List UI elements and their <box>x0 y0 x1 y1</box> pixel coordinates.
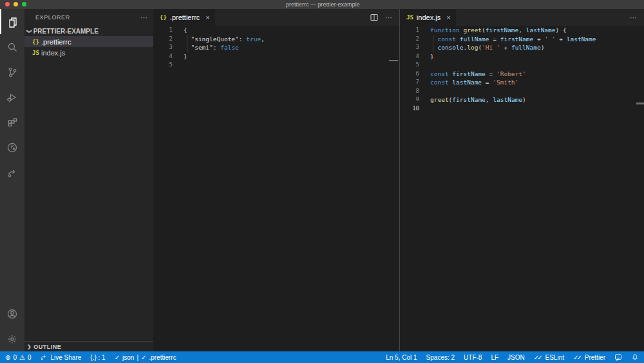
eol-status[interactable]: LF <box>491 354 498 361</box>
js-file-icon: JS <box>406 14 413 21</box>
formatter-status[interactable]: ✓ json | ✓ .prettierrc <box>115 354 176 361</box>
chevron-right-icon: ❯ <box>27 344 32 349</box>
live-share-icon[interactable] <box>0 160 24 185</box>
formatter-prettierrc-label: .prettierrc <box>149 354 176 361</box>
code-line[interactable]: 5 <box>153 61 399 70</box>
window-title: .prettierrc — prettier-example <box>0 1 644 8</box>
tab-indexjs[interactable]: JS index.js × <box>400 9 457 26</box>
cursor-position-status[interactable]: Ln 5, Col 1 <box>386 354 417 361</box>
sidebar-title: EXPLORER <box>35 14 140 21</box>
indentation-status[interactable]: Spaces: 2 <box>426 354 455 361</box>
extensions-icon[interactable] <box>0 110 24 135</box>
code-text: console.log('Hi ' + fullName) <box>430 43 544 52</box>
code-line[interactable]: 8 <box>400 87 644 96</box>
editor-prettierrc[interactable]: 1{2 "singleQuote": true,3 "semi": false4… <box>153 26 399 351</box>
code-line[interactable]: 5 <box>400 61 644 70</box>
code-line[interactable]: 6const firstName = 'Robert' <box>400 70 644 79</box>
line-number: 9 <box>400 95 419 104</box>
problems-status[interactable]: ⊗ 0 ⚠ 0 <box>5 354 31 361</box>
code-text: { <box>184 26 187 35</box>
source-control-icon[interactable] <box>0 59 24 84</box>
minimize-window-button[interactable] <box>14 2 18 6</box>
encoding-label: UTF-8 <box>464 354 482 361</box>
live-share-icon <box>40 353 48 361</box>
feedback-smiley-icon <box>614 353 622 361</box>
code-line[interactable]: 7const lastName = 'Smith' <box>400 78 644 87</box>
line-number: 10 <box>400 104 419 113</box>
bracket-status[interactable]: {.} : 1 <box>90 354 105 361</box>
code-line[interactable]: 3 "semi": false <box>153 43 399 52</box>
code-line[interactable]: 9greet(firstName, lastName) <box>400 95 644 104</box>
editor-indexjs[interactable]: 1function greet(firstName, lastName) {2 … <box>400 26 644 351</box>
split-editor-icon[interactable] <box>370 13 379 22</box>
double-check-icon: ✓✓ <box>573 354 580 361</box>
code-text: "singleQuote": true, <box>184 35 265 44</box>
test-session-icon[interactable] <box>0 135 24 160</box>
settings-gear-icon[interactable] <box>0 326 24 351</box>
feedback-status[interactable] <box>614 353 622 361</box>
code-line[interactable]: 4} <box>400 52 644 61</box>
tab-label: index.js <box>417 14 440 21</box>
code-line[interactable]: 10 <box>400 104 644 113</box>
notifications-status[interactable] <box>631 353 639 361</box>
code-line[interactable]: 3 console.log('Hi ' + fullName) <box>400 43 644 52</box>
editor-actions-right: ⋯ <box>630 9 644 26</box>
tab-prettierrc[interactable]: {} .prettierrc × <box>153 9 216 26</box>
line-number: 2 <box>153 35 173 44</box>
json-file-icon: {} <box>32 39 41 45</box>
language-mode-status[interactable]: JSON <box>507 354 525 361</box>
line-number: 4 <box>400 52 419 61</box>
error-icon: ⊗ <box>5 354 10 361</box>
line-number: 6 <box>400 70 419 79</box>
prettier-label: Prettier <box>585 354 605 361</box>
code-lines: 1function greet(firstName, lastName) {2 … <box>400 26 644 113</box>
code-line[interactable]: 2 const fullName = firstName + ' ' + las… <box>400 35 644 44</box>
sidebar-item-prettierrc[interactable]: {} .prettierrc <box>24 36 153 47</box>
formatter-separator: | <box>137 354 138 361</box>
overview-ruler-cursor-mark <box>389 60 398 61</box>
status-left: ⊗ 0 ⚠ 0 Live Share {.} : 1 ✓ json | ✓ .p… <box>5 353 176 361</box>
eslint-label: ESLint <box>545 354 564 361</box>
json-file-icon: {} <box>160 14 167 21</box>
live-share-status[interactable]: Live Share <box>40 353 81 361</box>
code-lines: 1{2 "singleQuote": true,3 "semi": false4… <box>153 26 399 70</box>
code-text: greet(firstName, lastName) <box>430 95 526 104</box>
bracket-label: {.} : 1 <box>90 354 105 361</box>
close-tab-icon[interactable]: × <box>446 14 450 21</box>
editor-actions-left: ⋯ <box>370 9 399 26</box>
outline-section[interactable]: ❯ OUTLINE <box>24 341 153 351</box>
sidebar-item-indexjs[interactable]: JS index.js <box>24 47 153 58</box>
encoding-status[interactable]: UTF-8 <box>464 354 482 361</box>
code-line[interactable]: 4} <box>153 52 399 61</box>
close-window-button[interactable] <box>5 2 10 6</box>
tree-root-prettier-example[interactable]: ❯ PRETTIER-EXAMPLE <box>24 26 153 36</box>
code-line[interactable]: 1function greet(firstName, lastName) { <box>400 26 644 35</box>
more-actions-icon[interactable]: ⋯ <box>630 15 638 19</box>
sidebar-more-actions-icon[interactable]: ⋯ <box>140 15 148 19</box>
eslint-status[interactable]: ✓✓ ESLint <box>534 354 564 361</box>
js-file-icon: JS <box>32 50 41 56</box>
window-controls <box>5 2 26 6</box>
prettier-status[interactable]: ✓✓ Prettier <box>573 354 605 361</box>
account-icon[interactable] <box>0 301 24 326</box>
indent-guide <box>187 35 187 52</box>
line-number: 2 <box>400 35 419 44</box>
run-debug-icon[interactable] <box>0 84 24 110</box>
editor-group-right: JS index.js × ⋯ 1function greet(firstNam… <box>399 9 644 351</box>
code-text: "semi": false <box>184 43 239 52</box>
status-bar: ⊗ 0 ⚠ 0 Live Share {.} : 1 ✓ json | ✓ .p… <box>0 351 644 363</box>
code-line[interactable]: 2 "singleQuote": true, <box>153 35 399 44</box>
outline-label: OUTLINE <box>33 344 61 350</box>
explorer-icon[interactable] <box>0 9 24 34</box>
zoom-window-button[interactable] <box>22 2 26 6</box>
code-line[interactable]: 1{ <box>153 26 399 35</box>
more-actions-icon[interactable]: ⋯ <box>385 15 393 19</box>
line-number: 8 <box>400 87 419 96</box>
sidebar-explorer: EXPLORER ⋯ ❯ PRETTIER-EXAMPLE {} .pretti… <box>24 9 153 351</box>
warning-count: 0 <box>28 354 32 361</box>
search-icon[interactable] <box>0 34 24 59</box>
sidebar-header: EXPLORER ⋯ <box>24 9 153 26</box>
tree-root-label: PRETTIER-EXAMPLE <box>33 28 99 35</box>
close-tab-icon[interactable]: × <box>205 14 209 21</box>
error-count: 0 <box>13 354 17 361</box>
